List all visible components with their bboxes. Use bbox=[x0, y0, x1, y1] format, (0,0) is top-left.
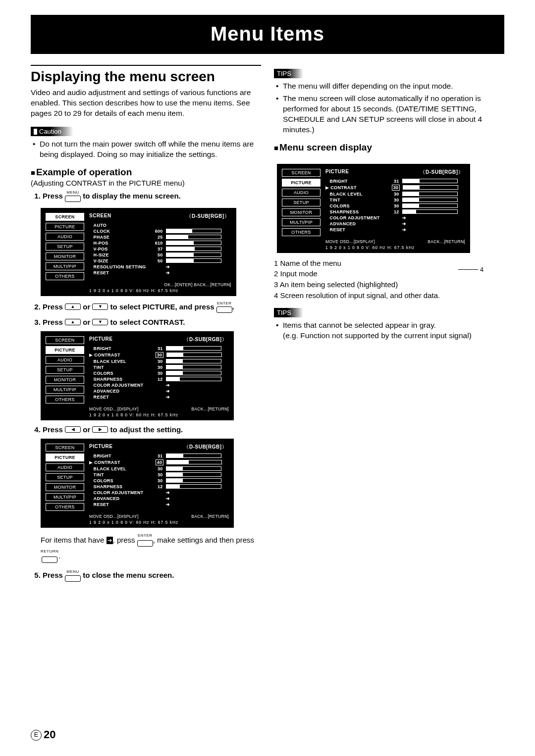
osd-tab: PICTURE bbox=[46, 454, 84, 461]
osd-item: ADVANCED➔ bbox=[325, 221, 465, 226]
osd-item: TINT30 bbox=[89, 472, 229, 477]
osd-tab: OTHERS bbox=[282, 228, 321, 236]
legend-item: Input mode bbox=[274, 268, 504, 279]
osd-tab: AUDIO bbox=[46, 356, 84, 364]
osd-title: PICTURE bbox=[89, 336, 112, 343]
legend-item: An item being selected (highlighted) bbox=[274, 279, 504, 290]
osd-item: ▶CONTRAST30 bbox=[89, 352, 229, 358]
legend-list: Name of the menu Input mode An item bein… bbox=[274, 258, 504, 301]
steps-list: Press MENU to display the menu screen. bbox=[31, 190, 261, 203]
osd-input: 〈D-SUB[RGB]〉 bbox=[184, 336, 227, 343]
osd-item: COLORS30 bbox=[325, 203, 465, 208]
osd-tab: SCREEN bbox=[46, 444, 84, 452]
osd-item: TINT30 bbox=[89, 365, 229, 370]
menu-display-head: Menu screen display bbox=[274, 142, 504, 153]
osd-tab: PICTURE bbox=[46, 346, 84, 354]
osd-tab: PICTURE bbox=[46, 223, 84, 231]
steps-list-2: Press ▲ or ▼ to select PICTURE, and pres… bbox=[31, 301, 261, 326]
osd-item: CLOCK600 bbox=[89, 229, 231, 234]
osd-item: ▶CONTRAST30 bbox=[325, 185, 465, 191]
osd-item: H-POS610 bbox=[89, 241, 231, 246]
osd-tab: AUDIO bbox=[282, 189, 321, 197]
osd-title: PICTURE bbox=[89, 444, 112, 451]
osd-item: AUTO bbox=[89, 223, 231, 228]
example-head: Example of operation bbox=[31, 167, 261, 178]
osd-tab: SETUP bbox=[46, 473, 84, 481]
osd-menu-display: SCREENPICTUREAUDIOSETUPMONITORMULTI/PIPO… bbox=[277, 164, 470, 253]
osd-item: RESET➔ bbox=[325, 227, 465, 232]
down-key-icon: ▼ bbox=[92, 319, 108, 325]
osd-item: COLORS30 bbox=[89, 478, 229, 483]
enter-arrow-icon: ➔ bbox=[107, 537, 113, 544]
osd-title: PICTURE bbox=[325, 169, 349, 176]
steps-list-5: Press MENU to close the menu screen. bbox=[31, 569, 261, 582]
osd-item: V-POS37 bbox=[89, 247, 231, 252]
osd-item: BRIGHT31 bbox=[89, 346, 229, 351]
osd-item: BLACK LEVEL30 bbox=[325, 192, 465, 197]
enter-key-icon bbox=[137, 540, 153, 547]
legend-item: Screen resolution of input signal, and o… bbox=[274, 290, 504, 301]
section-title-display: Displaying the menu screen bbox=[31, 65, 261, 85]
osd-item: PHASE25 bbox=[89, 235, 231, 240]
tips-item: The menu screen will close automatically… bbox=[283, 94, 504, 135]
osd-tab: PICTURE bbox=[282, 179, 321, 187]
osd-tab: MONITOR bbox=[46, 483, 84, 491]
osd-item: BLACK LEVEL30 bbox=[89, 359, 229, 364]
osd-item: COLOR ADJUSTMENT➔ bbox=[89, 490, 229, 495]
osd-item: ▶CONTRAST40 bbox=[89, 459, 229, 465]
osd-item: V-SIZE50 bbox=[89, 258, 231, 263]
intro-text: Video and audio adjustment and settings … bbox=[31, 88, 261, 119]
osd-tab: OTHERS bbox=[46, 272, 84, 280]
osd-tab: MONITOR bbox=[46, 376, 84, 384]
page-number: E20 bbox=[31, 728, 55, 741]
osd-tab: MULTI/PIP bbox=[46, 262, 84, 270]
osd-item: ADVANCED➔ bbox=[89, 496, 229, 501]
osd-tab: MONITOR bbox=[282, 208, 321, 216]
caution-label: Caution bbox=[31, 127, 73, 136]
osd-item: COLOR ADJUSTMENT➔ bbox=[325, 215, 465, 220]
right-key-icon: ▶ bbox=[92, 426, 108, 433]
osd-tab: MULTI/PIP bbox=[46, 386, 84, 394]
up-key-icon: ▲ bbox=[65, 303, 81, 310]
osd-tab: AUDIO bbox=[46, 233, 84, 241]
page-prefix-icon: E bbox=[31, 730, 42, 741]
step-5: Press MENU to close the menu screen. bbox=[43, 569, 261, 582]
menu-display-figure: 1 3 2 4 SCREENPICTUREAUDIOSETUPMONITORMU… bbox=[274, 164, 504, 253]
osd-tab: SETUP bbox=[46, 366, 84, 374]
callout-1: 1 bbox=[315, 163, 318, 170]
enter-key-icon bbox=[216, 306, 232, 313]
osd-input: 〈D-SUB[RGB]〉 bbox=[186, 213, 229, 220]
tips-label-2: TIPS bbox=[274, 308, 303, 317]
return-key-icon bbox=[42, 556, 57, 563]
osd-tab: OTHERS bbox=[46, 503, 84, 511]
osd-item: COLOR ADJUSTMENT➔ bbox=[89, 383, 229, 388]
callout-4: 4 bbox=[480, 266, 483, 273]
osd-item: RESOLUTION SETTING➔ bbox=[89, 264, 231, 269]
osd-tab: MONITOR bbox=[46, 252, 84, 260]
caution-list: Do not turn the main power switch off wh… bbox=[31, 139, 261, 160]
after-text: For items that have ➔, press ENTER, make… bbox=[41, 533, 261, 564]
osd-item: SHARPNESS12 bbox=[89, 484, 229, 489]
caution-item: Do not turn the main power switch off wh… bbox=[40, 139, 261, 160]
osd-tab: SCREEN bbox=[46, 213, 84, 221]
osd-item: COLORS30 bbox=[89, 371, 229, 376]
osd-item: SHARPNESS12 bbox=[325, 209, 465, 214]
osd-item: BRIGHT31 bbox=[325, 179, 465, 184]
osd-tab: AUDIO bbox=[46, 463, 84, 471]
steps-list-4: Press ◀ or ▶ to adjust the setting. bbox=[31, 425, 261, 434]
osd-picture-menu-40: SCREENPICTUREAUDIOSETUPMONITORMULTI/PIPO… bbox=[41, 439, 234, 528]
page-title: Menu Items bbox=[31, 15, 504, 54]
osd-screen-menu: SCREENPICTUREAUDIOSETUPMONITORMULTI/PIPO… bbox=[41, 208, 236, 296]
osd-item: RESET➔ bbox=[89, 502, 229, 507]
osd-item: BLACK LEVEL30 bbox=[89, 466, 229, 471]
osd-item: BRIGHT31 bbox=[89, 454, 229, 458]
step-3: Press ▲ or ▼ to select CONTRAST. bbox=[43, 318, 261, 326]
osd-title: SCREEN bbox=[89, 213, 111, 220]
osd-item: H-SIZE50 bbox=[89, 252, 231, 257]
osd-input: 〈D-SUB[RGB]〉 bbox=[420, 169, 463, 176]
osd-item: RESET➔ bbox=[89, 395, 229, 400]
tips-list-1: The menu will differ depending on the in… bbox=[274, 81, 504, 135]
menu-key-icon bbox=[65, 196, 81, 202]
osd-tab: MULTI/PIP bbox=[46, 493, 84, 501]
tips-item: Items that cannot be selected appear in … bbox=[283, 320, 504, 341]
